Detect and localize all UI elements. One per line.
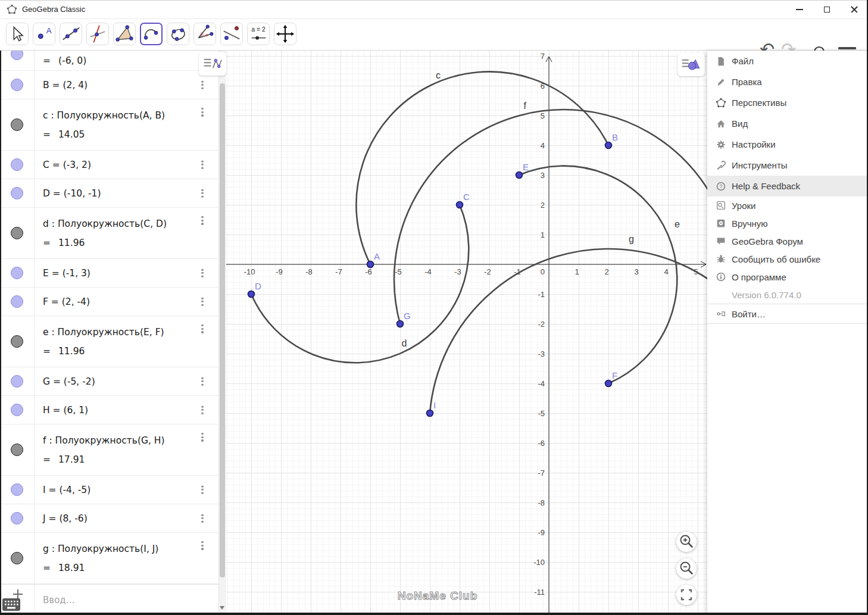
menu-item[interactable]: Войти… <box>707 304 868 324</box>
algebra-stylebar-button[interactable] <box>199 52 226 76</box>
point-tool[interactable]: A <box>33 23 55 45</box>
reflect-tool[interactable] <box>220 23 243 45</box>
point-G[interactable] <box>397 321 404 327</box>
algebra-row-point[interactable]: =(-6, 0) <box>0 51 226 71</box>
maximize-button[interactable] <box>813 0 841 19</box>
menu-item[interactable]: О программе <box>707 268 868 286</box>
row-options-kebab-icon[interactable] <box>199 324 206 333</box>
move-view-tool[interactable] <box>274 23 296 45</box>
algebra-row-object[interactable]: f : Полуокружность(G, H)=17.91 <box>0 424 226 476</box>
point-E[interactable] <box>516 172 523 179</box>
polygon-tool[interactable] <box>113 23 136 45</box>
point-F[interactable] <box>605 380 612 387</box>
visibility-toggle-dot[interactable] <box>11 512 23 525</box>
row-options-kebab-icon[interactable] <box>199 433 206 442</box>
algebra-row-point[interactable]: C = (-3, 2) <box>0 151 226 179</box>
visibility-toggle-dot[interactable] <box>11 483 23 496</box>
menu-item[interactable]: Файл <box>707 51 868 71</box>
menu-item[interactable]: Вручную <box>707 214 868 232</box>
point-D[interactable] <box>248 291 255 298</box>
algebra-row-point[interactable]: F = (2, -4) <box>0 288 226 316</box>
algebra-row-point[interactable]: G = (-5, -2) <box>0 367 226 396</box>
semicircle-f[interactable] <box>394 110 728 324</box>
value-line: =14.05 <box>43 129 226 140</box>
algebra-row-point[interactable]: D = (-10, -1) <box>0 179 226 208</box>
visibility-toggle-dot[interactable] <box>11 552 23 564</box>
algebra-row-object[interactable]: g : Полуокружность(I, J)=18.91 <box>0 533 226 584</box>
algebra-row-point[interactable]: B = (2, 4) <box>0 71 226 99</box>
visibility-toggle-dot[interactable] <box>11 404 23 416</box>
menu-item[interactable]: Сообщить об ошибке <box>707 250 868 268</box>
keyboard-toggle[interactable] <box>2 598 20 613</box>
row-options-kebab-icon[interactable] <box>199 216 206 225</box>
visibility-toggle-dot[interactable] <box>11 51 23 60</box>
point-C[interactable] <box>457 202 463 208</box>
visibility-dot-cell <box>0 504 35 532</box>
row-options-kebab-icon[interactable] <box>199 160 206 169</box>
row-options-kebab-icon[interactable] <box>199 108 206 117</box>
menu-item[interactable]: Help & Feedback <box>707 176 868 196</box>
menu-item[interactable]: Инструменты <box>707 155 868 176</box>
zoom-in-button[interactable] <box>676 532 697 552</box>
angle-icon: α <box>194 23 216 45</box>
y-tick-label: -3 <box>538 349 545 358</box>
semicircle-c[interactable] <box>356 71 608 264</box>
visibility-toggle-dot[interactable] <box>11 118 23 131</box>
menu-item[interactable]: Настройки <box>707 134 868 155</box>
algebra-row-point[interactable]: J = (8, -6) <box>0 504 226 533</box>
perpendicular-line-tool[interactable] <box>86 23 109 45</box>
algebra-input[interactable] <box>35 585 226 615</box>
scrollbar-thumb[interactable] <box>220 83 225 577</box>
point-A[interactable] <box>367 261 374 268</box>
zoom-out-button[interactable] <box>676 558 697 579</box>
visibility-toggle-dot[interactable] <box>11 295 23 308</box>
row-options-kebab-icon[interactable] <box>199 405 206 414</box>
fullscreen-button[interactable] <box>676 585 697 605</box>
minimize-button[interactable] <box>786 0 813 19</box>
algebra-row-point[interactable]: H = (6, 1) <box>0 396 226 424</box>
visibility-toggle-dot[interactable] <box>11 267 23 279</box>
algebra-row-object[interactable]: e : Полуокружность(E, F)=11.96 <box>0 316 226 367</box>
line-tool[interactable] <box>60 23 82 45</box>
scrollbar-down-arrow[interactable] <box>220 606 224 610</box>
algebra-row-object[interactable]: d : Полуокружность(C, D)=11.96 <box>0 208 226 259</box>
perpendicular-line-icon <box>87 23 108 45</box>
algebra-row-point[interactable]: I = (-4, -5) <box>0 476 226 504</box>
visibility-toggle-dot[interactable] <box>11 444 23 456</box>
x-tick-label: 3 <box>634 267 638 276</box>
close-button[interactable] <box>841 0 868 19</box>
row-options-kebab-icon[interactable] <box>199 297 206 306</box>
row-options-kebab-icon[interactable] <box>199 80 206 89</box>
select-cursor-tool[interactable] <box>6 23 29 45</box>
graphics-stylebar-button[interactable] <box>677 52 705 76</box>
row-options-kebab-icon[interactable] <box>199 377 206 386</box>
visibility-toggle-dot[interactable] <box>11 335 23 348</box>
row-options-kebab-icon[interactable] <box>199 485 206 494</box>
slider-tool[interactable]: a = 2 <box>247 23 270 45</box>
menu-item[interactable]: Вид <box>707 113 868 134</box>
reflect-icon <box>221 23 242 45</box>
semicircle-tool[interactable] <box>140 23 163 45</box>
menu-item[interactable]: Перспективы <box>707 92 868 113</box>
row-options-kebab-icon[interactable] <box>199 269 206 277</box>
conic-tool[interactable] <box>167 23 189 45</box>
visibility-toggle-dot[interactable] <box>11 158 23 171</box>
visibility-toggle-dot[interactable] <box>11 187 23 199</box>
row-options-kebab-icon[interactable] <box>199 514 206 523</box>
angle-tool[interactable]: α <box>193 23 216 45</box>
visibility-toggle-dot[interactable] <box>11 375 23 388</box>
menu-item[interactable]: GeoGebra Форум <box>707 232 868 250</box>
algebra-row-content: =(-6, 0) <box>35 51 226 70</box>
point-B[interactable] <box>605 142 612 149</box>
semicircle-d[interactable] <box>251 205 469 363</box>
algebra-row-object[interactable]: c : Полуокружность(A, B)=14.05 <box>0 99 226 151</box>
algebra-row-point[interactable]: E = (-1, 3) <box>0 259 226 288</box>
row-options-kebab-icon[interactable] <box>199 189 206 198</box>
visibility-toggle-dot[interactable] <box>11 227 23 239</box>
point-I[interactable] <box>427 410 433 417</box>
add-icon[interactable] <box>13 589 23 599</box>
row-options-kebab-icon[interactable] <box>199 541 206 550</box>
menu-item[interactable]: Уроки <box>707 196 868 214</box>
menu-item[interactable]: Правка <box>707 71 868 92</box>
visibility-toggle-dot[interactable] <box>11 79 23 91</box>
